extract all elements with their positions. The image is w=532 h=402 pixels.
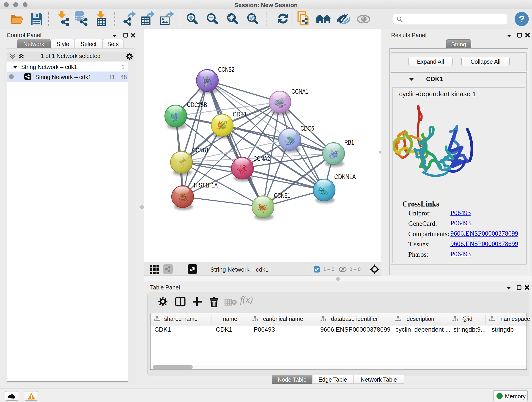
svg-text:HIST1H1A: HIST1H1A: [194, 182, 218, 189]
svg-text:CCNA1: CCNA1: [291, 88, 308, 95]
svg-text:CDKN1A: CDKN1A: [334, 173, 356, 180]
svg-text:CCNE1: CCNE1: [274, 192, 290, 199]
svg-text:CDK1: CDK1: [233, 110, 247, 118]
svg-text:CCNA2: CCNA2: [253, 155, 270, 162]
svg-text:CCNB1: CCNB1: [192, 147, 209, 154]
svg-text:CDC6: CDC6: [300, 125, 314, 132]
svg-text:RB1: RB1: [344, 139, 354, 146]
svg-text:CDC25B: CDC25B: [187, 101, 207, 108]
svg-text:CCNB2: CCNB2: [218, 66, 234, 73]
